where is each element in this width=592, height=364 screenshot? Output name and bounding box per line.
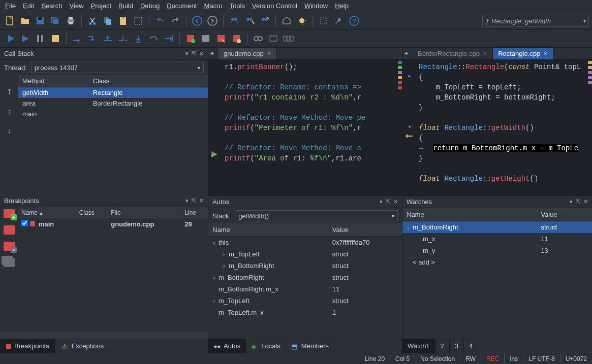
menu-window[interactable]: Window bbox=[304, 2, 328, 10]
save-all-icon[interactable] bbox=[49, 14, 62, 27]
select-all-icon[interactable] bbox=[132, 14, 145, 27]
menu-build[interactable]: Build bbox=[118, 2, 133, 10]
tab-exceptions[interactable]: Exceptions bbox=[55, 339, 110, 353]
bp-checkbox[interactable] bbox=[21, 220, 28, 226]
step-over-2-icon[interactable] bbox=[147, 32, 160, 45]
editor2-tab-0[interactable]: BorderRectangle.cpp ✕ bbox=[413, 48, 493, 59]
step-out-icon[interactable] bbox=[101, 32, 114, 45]
stack-select[interactable]: getWidth() ▾ bbox=[235, 210, 398, 221]
new-file-icon[interactable] bbox=[3, 14, 16, 27]
dropdown-icon[interactable]: ▾ bbox=[380, 198, 383, 205]
close-icon[interactable]: ✕ bbox=[199, 50, 204, 57]
bp-header[interactable]: Class bbox=[76, 207, 108, 218]
disable-bp-icon[interactable] bbox=[199, 32, 212, 45]
autos-row[interactable]: >m_TopLeftstruct bbox=[208, 295, 402, 307]
tab-members[interactable]: Members bbox=[286, 339, 334, 353]
symbol-combo[interactable]: ƒ Rectangle::getWidth ▾ bbox=[482, 15, 589, 27]
close-icon[interactable]: ✕ bbox=[483, 50, 487, 57]
expand-icon[interactable]: ∨ bbox=[212, 240, 219, 246]
autos-header[interactable]: Name bbox=[208, 223, 328, 237]
menu-file[interactable]: File bbox=[5, 2, 16, 10]
watch-header[interactable]: Value bbox=[537, 208, 592, 221]
stop-icon[interactable] bbox=[49, 32, 62, 45]
find-icon[interactable] bbox=[228, 14, 241, 27]
watch-row[interactable]: ∨m_BottomRightstruct bbox=[402, 221, 592, 234]
menu-help[interactable]: Help bbox=[335, 2, 349, 10]
memory-icon[interactable] bbox=[267, 32, 280, 45]
expand-icon[interactable]: > bbox=[223, 252, 229, 257]
paste-icon[interactable] bbox=[116, 14, 130, 27]
debug-icon[interactable] bbox=[295, 14, 308, 27]
help-icon[interactable]: ? bbox=[348, 14, 361, 27]
expand-icon[interactable]: > bbox=[212, 275, 219, 281]
restart-debug-icon[interactable] bbox=[3, 32, 16, 45]
tab-locals[interactable]: Locals bbox=[246, 339, 286, 353]
autos-row[interactable]: m_BottomRight.m_x11 bbox=[208, 283, 402, 295]
status-ins[interactable]: Ins bbox=[504, 353, 523, 364]
menu-debug[interactable]: Debug bbox=[140, 2, 160, 10]
autos-row[interactable]: >m_BottomRightstruct bbox=[208, 272, 402, 283]
tools-icon[interactable] bbox=[332, 14, 346, 27]
tab-watch3[interactable]: 3 bbox=[450, 339, 464, 353]
step-over-icon[interactable] bbox=[71, 32, 84, 45]
tab-watch2[interactable]: 2 bbox=[435, 339, 450, 353]
delete-bp-icon[interactable] bbox=[230, 32, 243, 45]
run-to-cursor-icon[interactable] bbox=[116, 32, 130, 45]
watch-row[interactable]: m_x11 bbox=[402, 233, 592, 245]
autos-header[interactable]: Value bbox=[328, 223, 402, 237]
menu-macro[interactable]: Macro bbox=[204, 2, 223, 10]
tab-scroll-left-icon[interactable]: ◂ bbox=[210, 50, 213, 56]
menu-tools[interactable]: Tools bbox=[230, 2, 245, 10]
callstack-header[interactable]: Method bbox=[18, 75, 89, 87]
nav-back-icon[interactable] bbox=[191, 14, 204, 27]
step-into-icon[interactable] bbox=[86, 32, 99, 45]
status-col[interactable]: Col 5 bbox=[390, 353, 415, 364]
cut-icon[interactable] bbox=[86, 14, 99, 27]
continue-icon[interactable] bbox=[18, 32, 32, 45]
autos-row[interactable]: >m_TopLeftstruct bbox=[208, 248, 402, 260]
status-encoding[interactable]: LF UTF-8 bbox=[523, 353, 559, 364]
toggle-bp-icon[interactable] bbox=[184, 32, 197, 45]
close-icon[interactable]: ✕ bbox=[199, 197, 204, 204]
editor1[interactable]: r1.printBanner(); // Refactor: Rename: c… bbox=[208, 60, 402, 195]
thread-select[interactable]: process 14307 ▾ bbox=[31, 62, 204, 73]
menu-version-control[interactable]: Version Control bbox=[252, 2, 297, 10]
close-icon[interactable]: ✕ bbox=[393, 198, 398, 205]
bp-header[interactable]: File bbox=[108, 207, 181, 218]
dropdown-icon[interactable]: ▾ bbox=[185, 197, 189, 204]
redo-icon[interactable] bbox=[169, 14, 182, 27]
menu-document[interactable]: Document bbox=[167, 2, 197, 10]
delete-bp-icon[interactable] bbox=[4, 242, 15, 251]
frame-down-icon[interactable]: ↓ bbox=[7, 126, 11, 136]
pin-icon[interactable]: ⇱ bbox=[192, 197, 196, 204]
watch-header[interactable]: Name bbox=[402, 208, 537, 221]
dropdown-icon[interactable]: ▾ bbox=[570, 198, 573, 205]
menu-view[interactable]: View bbox=[70, 2, 84, 10]
add-bp-icon[interactable] bbox=[4, 209, 15, 218]
undo-icon[interactable] bbox=[153, 14, 167, 27]
find-symbol-icon[interactable] bbox=[258, 14, 271, 27]
menu-project[interactable]: Project bbox=[91, 2, 111, 10]
step-into-2-icon[interactable] bbox=[132, 32, 145, 45]
nav-fwd-icon[interactable] bbox=[206, 14, 219, 27]
close-icon[interactable]: ✕ bbox=[543, 50, 548, 57]
tab-scroll-left-icon[interactable]: ◂ bbox=[404, 50, 408, 56]
tab-breakpoints[interactable]: Breakpoints bbox=[0, 339, 55, 353]
open-folder-icon[interactable] bbox=[18, 14, 32, 27]
find-files-icon[interactable] bbox=[243, 14, 256, 27]
watch-row[interactable]: m_y13 bbox=[402, 245, 592, 256]
print-icon[interactable] bbox=[64, 14, 77, 27]
autos-row[interactable]: m_TopLeft.m_x1 bbox=[208, 307, 402, 318]
menu-search[interactable]: Search bbox=[41, 2, 62, 10]
editor2[interactable]: ▸ ▾ Rectangle::Rectangle(const Point& to… bbox=[402, 60, 592, 195]
close-icon[interactable]: ✕ bbox=[583, 198, 588, 205]
bp-row[interactable]: maingnudemo.cpp28 bbox=[18, 218, 208, 229]
run-to-line-icon[interactable] bbox=[162, 32, 175, 45]
bp-header[interactable]: Line bbox=[181, 207, 208, 218]
bp-header[interactable]: Name bbox=[18, 207, 76, 218]
expand-icon[interactable]: > bbox=[212, 299, 219, 304]
callstack-row[interactable]: main bbox=[18, 109, 208, 119]
tab-watch4[interactable]: 4 bbox=[464, 339, 478, 353]
autos-row[interactable]: >m_BottomRightstruct bbox=[208, 260, 402, 272]
watch-row[interactable]: < add > bbox=[402, 256, 592, 268]
